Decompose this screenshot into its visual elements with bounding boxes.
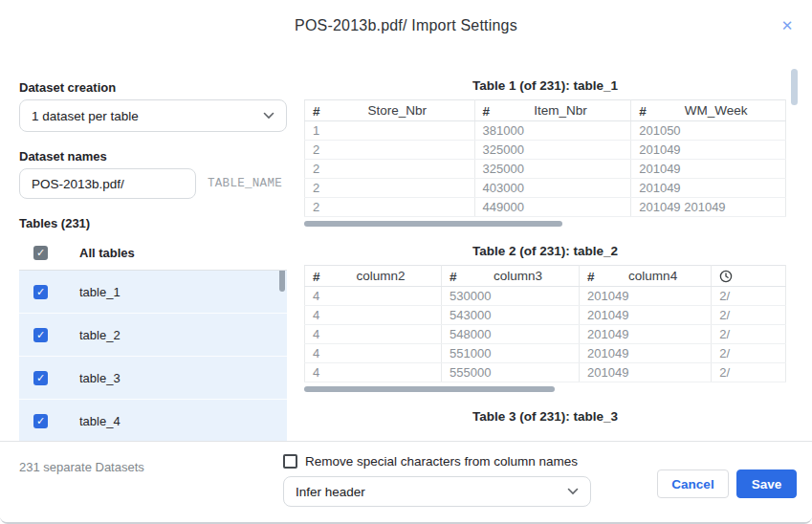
dataset-names-label: Dataset names (19, 149, 287, 164)
close-icon[interactable]: ✕ (778, 16, 797, 35)
table-cell: 548000 (442, 325, 580, 344)
table-cell: 325000 (474, 160, 631, 179)
preview-table-block: Table 2 (of 231): table_2#column2#column… (304, 242, 786, 392)
table-row: 2449000201049 201049 (305, 198, 786, 217)
dialog-title: POS-2013b.pdf/ Import Settings (0, 17, 812, 34)
column-header: #column2 (305, 266, 442, 287)
column-header-label: WM_Week (631, 103, 785, 118)
header-mode-select[interactable]: Infer header (283, 476, 591, 507)
table-cell: 4 (305, 344, 442, 363)
table-cell: 201049 (580, 306, 712, 325)
table-cell: 201049 (580, 287, 712, 306)
table-list-row[interactable]: ✓table_2 (19, 314, 287, 357)
clock-icon (719, 270, 733, 283)
table-cell: 403000 (474, 179, 631, 198)
remove-special-checkbox[interactable] (283, 454, 297, 469)
remove-special-row[interactable]: Remove special characters from column na… (283, 454, 591, 469)
dataset-creation-label: Dataset creation (19, 80, 287, 96)
save-button[interactable]: Save (736, 469, 797, 498)
table-list-row[interactable]: ✓table_4 (19, 400, 287, 443)
number-type-icon: # (450, 269, 457, 283)
table-cell: 201049 (631, 141, 786, 160)
column-header-label: Store_Nbr (305, 103, 474, 118)
table-cell: 201049 (580, 363, 712, 382)
table-cell: 2 (305, 198, 475, 217)
table-cell: 2/ (712, 306, 786, 325)
table-list-label: table_3 (79, 371, 121, 385)
column-header (712, 266, 786, 287)
table-cell: 2/ (712, 325, 786, 344)
table-cell: 201049 (580, 344, 712, 363)
all-tables-row[interactable]: ✓ All tables (19, 240, 287, 265)
table-cell: 201049 (580, 325, 712, 344)
column-header: #column3 (442, 266, 580, 287)
table-cell: 4 (305, 287, 442, 306)
table-checkbox[interactable]: ✓ (33, 371, 48, 385)
table-checkbox[interactable]: ✓ (33, 414, 48, 428)
column-header-label: Item_Nbr (475, 103, 631, 118)
table-checkbox[interactable]: ✓ (33, 328, 48, 342)
table-cell: 2 (305, 160, 475, 179)
table-cell: 4 (305, 363, 442, 382)
column-header: #Item_Nbr (474, 100, 631, 121)
import-options-panel: Dataset creation 1 dataset per table Dat… (19, 80, 287, 444)
table-row: 2325000201049 (305, 160, 786, 179)
preview-table: #column2#column3#column445300002010492/4… (304, 265, 786, 382)
preview-table-title: Table 3 (of 231): table_3 (304, 407, 786, 426)
dataset-name-input[interactable] (19, 168, 196, 199)
preview-table-title: Table 1 (of 231): table_1 (304, 76, 786, 96)
table-cell: 1 (305, 121, 475, 141)
table-row: 45510002010492/ (305, 344, 786, 363)
table-cell: 530000 (442, 287, 580, 306)
number-type-icon: # (313, 103, 320, 118)
table-list-row[interactable]: ✓table_1 (19, 271, 287, 314)
table-row: 45300002010492/ (305, 287, 786, 306)
column-header-label: column2 (305, 269, 441, 283)
table-list-row[interactable]: ✓table_3 (19, 357, 287, 400)
chevron-down-icon (567, 488, 579, 495)
cancel-button[interactable]: Cancel (657, 469, 729, 498)
number-type-icon: # (313, 269, 320, 283)
table-row: 1381000201050 (305, 121, 786, 141)
preview-panel-scrollbar[interactable] (791, 69, 798, 105)
table-row: 45480002010492/ (305, 325, 786, 344)
remove-special-label: Remove special characters from column na… (305, 454, 578, 469)
table-checkbox[interactable]: ✓ (33, 285, 48, 299)
table-cell: 325000 (474, 141, 631, 160)
table-cell: 543000 (442, 306, 580, 325)
all-tables-checkbox[interactable]: ✓ (33, 246, 48, 260)
dialog-footer: 231 separate Datasets Remove special cha… (0, 441, 812, 522)
dataset-creation-value: 1 dataset per table (32, 109, 263, 123)
table-cell: 449000 (474, 198, 631, 217)
import-settings-dialog: POS-2013b.pdf/ Import Settings ✕ Dataset… (0, 0, 812, 524)
time-type-icon (719, 270, 733, 283)
dataset-creation-select[interactable]: 1 dataset per table (19, 99, 287, 132)
table-cell: 201049 201049 (631, 198, 786, 217)
table-horizontal-scrollbar[interactable] (304, 221, 562, 227)
table-list-label: table_1 (79, 285, 121, 299)
all-tables-label: All tables (79, 246, 135, 260)
table-cell: 381000 (474, 121, 631, 141)
tables-list-scrollbar[interactable] (279, 271, 285, 292)
table-cell: 4 (305, 306, 442, 325)
table-cell: 201050 (631, 121, 786, 141)
table-list-label: table_2 (79, 328, 121, 342)
table-cell: 4 (305, 325, 442, 344)
preview-table-title: Table 2 (of 231): table_2 (304, 242, 786, 261)
column-header: #WM_Week (631, 100, 786, 121)
preview-table-block: Table 3 (of 231): table_3 (304, 407, 786, 426)
tables-list: ✓table_1✓table_2✓table_3✓table_4 (19, 271, 287, 444)
table-cell: 201049 (631, 179, 786, 198)
table-horizontal-scrollbar[interactable] (304, 386, 555, 392)
column-header-label: column3 (442, 269, 579, 283)
table-cell: 201049 (631, 160, 786, 179)
header-mode-value: Infer header (296, 485, 567, 499)
preview-table-block: Table 1 (of 231): table_1#Store_Nbr#Item… (304, 76, 786, 227)
number-type-icon: # (483, 103, 491, 118)
preview-table: #Store_Nbr#Item_Nbr#WM_Week1381000201050… (304, 99, 786, 217)
table-cell: 2/ (712, 287, 786, 306)
datasets-summary: 231 separate Datasets (19, 460, 144, 474)
column-header: #Store_Nbr (305, 100, 475, 121)
table-row: 45430002010492/ (305, 306, 786, 325)
table-row: 2403000201049 (305, 179, 786, 198)
